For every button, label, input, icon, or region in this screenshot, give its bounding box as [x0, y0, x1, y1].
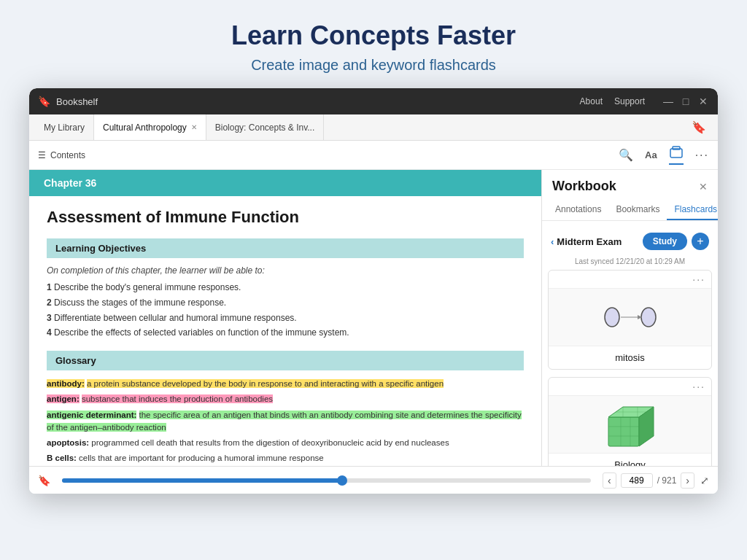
app-window: 🔖 Bookshelf About Support — □ ✕ My Libra… [29, 88, 718, 494]
contents-label: Contents [50, 150, 85, 160]
more-options-icon[interactable]: ··· [695, 149, 709, 162]
main-heading: Learn Concepts Faster [15, 20, 732, 51]
sub-heading: Create image and keyword flashcards [15, 57, 732, 74]
biology-svg [594, 397, 667, 452]
glossary-antigenic-determinant: antigenic determinant: the specific area… [47, 409, 524, 435]
next-page-button[interactable]: › [681, 472, 694, 489]
flashcard-icon[interactable] [669, 146, 684, 165]
bookmark-icon[interactable]: 🔖 [38, 475, 50, 486]
chevron-left-icon: ‹ [551, 236, 554, 247]
font-size-icon[interactable]: Aa [645, 149, 657, 160]
progress-dot [337, 475, 347, 486]
flashcard-biology-more-icon[interactable]: ··· [692, 381, 705, 392]
workbook-body: ‹ Midterm Exam Study + Last synced 12/21… [542, 221, 718, 466]
workbook-close-button[interactable]: ✕ [699, 181, 708, 192]
toolbar-right: 🔍 Aa ··· [619, 146, 709, 165]
tab-my-library[interactable]: My Library [35, 114, 94, 140]
contents-toggle[interactable]: ☰ Contents [38, 150, 85, 160]
app-icon: 🔖 [38, 96, 50, 107]
flashcard-mitosis-label: mitosis [549, 346, 711, 369]
objective-1: 1 Describe the body's general immune res… [47, 281, 524, 294]
about-link[interactable]: About [580, 96, 603, 106]
progress-fill [62, 478, 342, 483]
chapter-header: Chapter 36 [29, 170, 541, 196]
objective-3: 3 Differentiate between cellular and hum… [47, 312, 524, 324]
app-name: Bookshelf [56, 96, 98, 107]
objective-2: 2 Discuss the stages of the immune respo… [47, 297, 524, 309]
flashcard-mitosis-image [549, 288, 711, 346]
flashcard-mitosis-more-icon[interactable]: ··· [692, 273, 705, 285]
flashcard-biology-label: Biology [549, 454, 711, 466]
sync-text: Last synced 12/21/20 at 10:29 AM [548, 256, 712, 270]
flashcard-biology: ··· [548, 377, 712, 466]
book-body: Assessment of Immune Function Learning O… [29, 196, 541, 466]
title-bar-left: 🔖 Bookshelf [38, 96, 98, 107]
book-content: Chapter 36 Assessment of Immune Function… [29, 170, 541, 466]
page-total: / 921 [657, 475, 677, 486]
glossary-antigen: antigen: substance that induces the prod… [47, 393, 524, 405]
page-navigation: ‹ / 921 › [603, 472, 694, 489]
prev-page-button[interactable]: ‹ [603, 472, 616, 489]
maximize-button[interactable]: □ [680, 96, 692, 107]
svg-point-3 [641, 308, 656, 327]
tab-bookmarks[interactable]: Bookmarks [608, 200, 667, 220]
midterm-back-button[interactable]: ‹ Midterm Exam [551, 236, 622, 247]
workbook-header: Workbook ✕ [542, 170, 718, 200]
page-number-input[interactable] [621, 473, 653, 488]
tab-bar: My Library Cultural Anthropology ✕ Biolo… [29, 114, 718, 141]
tab-annotations[interactable]: Annotations [548, 200, 608, 220]
hamburger-icon: ☰ [38, 150, 46, 160]
flashcard-biology-top: ··· [549, 378, 711, 395]
glossary-b-cells: B cells: cells that are important for pr… [47, 452, 524, 464]
content-area: Chapter 36 Assessment of Immune Function… [29, 170, 718, 466]
title-bar: 🔖 Bookshelf About Support — □ ✕ [29, 88, 718, 114]
close-button[interactable]: ✕ [697, 96, 709, 107]
svg-rect-6 [608, 417, 639, 446]
minimize-button[interactable]: — [662, 96, 674, 107]
flashcard-biology-image [549, 395, 711, 454]
tab-biology[interactable]: Biology: Concepts & Inv... [206, 114, 325, 140]
svg-rect-0 [670, 149, 682, 158]
tab-bar-bookmark-icon[interactable]: 🔖 [686, 120, 712, 134]
mitosis-svg [601, 299, 659, 335]
svg-point-2 [605, 308, 619, 327]
tab-flashcards[interactable]: Flashcards [667, 200, 718, 220]
workbook-panel: Workbook ✕ Annotations Bookmarks Flashca… [541, 170, 718, 466]
book-chapter-title: Assessment of Immune Function [47, 208, 524, 227]
progress-bar[interactable] [62, 478, 591, 483]
add-flashcard-button[interactable]: + [692, 233, 709, 250]
toolbar: ☰ Contents 🔍 Aa ··· [29, 141, 718, 170]
tab-cultural-anthropology[interactable]: Cultural Anthropology ✕ [94, 114, 206, 140]
fullscreen-button[interactable]: ⤢ [700, 475, 709, 486]
glossary-antibody: antibody: a protein substance developed … [47, 378, 524, 390]
title-bar-right: About Support — □ ✕ [580, 96, 709, 107]
glossary-apoptosis: apoptosis: programmed cell death that re… [47, 437, 524, 449]
learning-objectives-intro: On completion of this chapter, the learn… [47, 265, 524, 276]
tab-close-icon[interactable]: ✕ [191, 123, 197, 131]
window-controls: — □ ✕ [662, 96, 709, 107]
flashcard-mitosis: ··· mitosis [548, 270, 712, 370]
midterm-actions: Study + [643, 233, 709, 250]
midterm-label: Midterm Exam [557, 236, 622, 247]
study-button[interactable]: Study [643, 233, 687, 250]
learning-objectives-header: Learning Objectives [47, 238, 524, 258]
top-header: Learn Concepts Faster Create image and k… [0, 0, 747, 88]
midterm-row: ‹ Midterm Exam Study + [548, 227, 712, 256]
bottom-bar: 🔖 ‹ / 921 › ⤢ [29, 466, 718, 494]
flashcard-mitosis-top: ··· [549, 271, 711, 288]
search-icon[interactable]: 🔍 [619, 148, 633, 162]
workbook-tabs: Annotations Bookmarks Flashcards [542, 200, 718, 221]
svg-rect-1 [673, 147, 680, 149]
glossary-header: Glossary [47, 351, 524, 370]
objective-4: 4 Describe the effects of selected varia… [47, 327, 524, 339]
workbook-title: Workbook [552, 179, 616, 194]
support-link[interactable]: Support [614, 96, 645, 106]
